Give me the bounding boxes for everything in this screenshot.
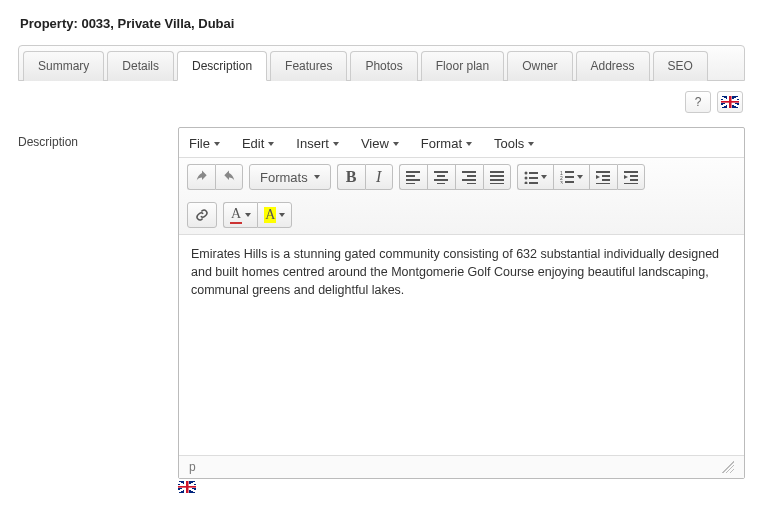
tab-features[interactable]: Features (270, 51, 347, 81)
align-justify-icon (490, 170, 504, 184)
svg-rect-5 (437, 175, 445, 177)
align-right-button[interactable] (455, 164, 483, 190)
bullet-list-icon (524, 170, 538, 184)
page-title: Property: 0033, Private Villa, Dubai (20, 16, 745, 31)
menu-insert[interactable]: Insert (296, 136, 339, 151)
menu-format[interactable]: Format (421, 136, 472, 151)
svg-rect-0 (406, 171, 420, 173)
chevron-down-icon (333, 142, 339, 146)
menu-view[interactable]: View (361, 136, 399, 151)
svg-point-18 (524, 177, 527, 180)
italic-button[interactable]: I (365, 164, 393, 190)
align-right-icon (462, 170, 476, 184)
svg-text:3: 3 (560, 180, 563, 184)
chevron-down-icon (279, 213, 285, 217)
align-center-button[interactable] (427, 164, 455, 190)
field-label-description: Description (18, 127, 178, 149)
background-color-button[interactable]: A (257, 202, 292, 228)
numbered-list-button[interactable]: 123 (553, 164, 589, 190)
tab-seo[interactable]: SEO (653, 51, 708, 81)
align-justify-button[interactable] (483, 164, 511, 190)
svg-rect-19 (529, 177, 538, 179)
svg-rect-10 (462, 179, 476, 181)
chevron-down-icon (268, 142, 274, 146)
svg-rect-36 (630, 179, 638, 181)
editor-toolbar: Formats B I 123 A A (179, 158, 744, 235)
redo-icon (222, 170, 236, 184)
bold-button[interactable]: B (337, 164, 365, 190)
svg-rect-2 (406, 179, 420, 181)
undo-icon (195, 170, 209, 184)
svg-rect-1 (406, 175, 415, 177)
tab-summary[interactable]: Summary (23, 51, 104, 81)
svg-point-20 (524, 182, 527, 185)
svg-rect-12 (490, 171, 504, 173)
editor-content-area[interactable]: Emirates Hills is a stunning gated commu… (179, 235, 744, 455)
svg-rect-14 (490, 179, 504, 181)
tab-address[interactable]: Address (576, 51, 650, 81)
outdent-button[interactable] (589, 164, 617, 190)
svg-rect-3 (406, 183, 415, 184)
svg-rect-30 (602, 175, 610, 177)
svg-rect-35 (630, 175, 638, 177)
align-left-button[interactable] (399, 164, 427, 190)
bullet-list-button[interactable] (517, 164, 553, 190)
formats-dropdown[interactable]: Formats (249, 164, 331, 190)
svg-rect-7 (437, 183, 445, 184)
chevron-down-icon (577, 175, 583, 179)
svg-rect-13 (490, 175, 504, 177)
editor-statusbar: p (179, 455, 744, 478)
uk-flag-icon[interactable] (178, 481, 196, 493)
svg-rect-9 (467, 175, 476, 177)
svg-rect-11 (467, 183, 476, 184)
link-button[interactable] (187, 202, 217, 228)
rich-text-editor: File Edit Insert View Format Tools Forma… (178, 127, 745, 479)
tab-floor-plan[interactable]: Floor plan (421, 51, 504, 81)
element-path[interactable]: p (189, 460, 196, 474)
link-icon (194, 208, 210, 222)
svg-rect-33 (624, 171, 638, 173)
chevron-down-icon (528, 142, 534, 146)
chevron-down-icon (214, 142, 220, 146)
tab-photos[interactable]: Photos (350, 51, 417, 81)
chevron-down-icon (541, 175, 547, 179)
resize-handle[interactable] (722, 461, 734, 473)
redo-button[interactable] (215, 164, 243, 190)
background-color-icon: A (264, 207, 276, 223)
language-button[interactable] (717, 91, 743, 113)
indent-icon (624, 170, 638, 184)
tab-description[interactable]: Description (177, 51, 267, 81)
indent-button[interactable] (617, 164, 645, 190)
tab-owner[interactable]: Owner (507, 51, 572, 81)
undo-button[interactable] (187, 164, 215, 190)
align-center-icon (434, 170, 448, 184)
svg-point-16 (524, 172, 527, 175)
svg-rect-17 (529, 172, 538, 174)
svg-rect-28 (596, 171, 610, 173)
menu-file[interactable]: File (189, 136, 220, 151)
svg-rect-25 (565, 176, 574, 178)
editor-menubar: File Edit Insert View Format Tools (179, 128, 744, 158)
chevron-down-icon (393, 142, 399, 146)
svg-rect-37 (624, 183, 638, 184)
bold-icon: B (346, 168, 357, 186)
svg-marker-34 (624, 175, 628, 179)
help-button[interactable]: ? (685, 91, 711, 113)
svg-rect-15 (490, 183, 504, 184)
svg-marker-29 (596, 175, 600, 179)
svg-rect-6 (434, 179, 448, 181)
svg-rect-8 (462, 171, 476, 173)
uk-flag-icon (721, 96, 739, 108)
text-color-button[interactable]: A (223, 202, 257, 228)
chevron-down-icon (466, 142, 472, 146)
outdent-icon (596, 170, 610, 184)
menu-edit[interactable]: Edit (242, 136, 274, 151)
tabs-bar: Summary Details Description Features Pho… (18, 45, 745, 81)
svg-rect-27 (565, 181, 574, 183)
svg-rect-21 (529, 182, 538, 184)
menu-tools[interactable]: Tools (494, 136, 534, 151)
tab-details[interactable]: Details (107, 51, 174, 81)
align-left-icon (406, 170, 420, 184)
svg-rect-31 (602, 179, 610, 181)
svg-rect-4 (434, 171, 448, 173)
